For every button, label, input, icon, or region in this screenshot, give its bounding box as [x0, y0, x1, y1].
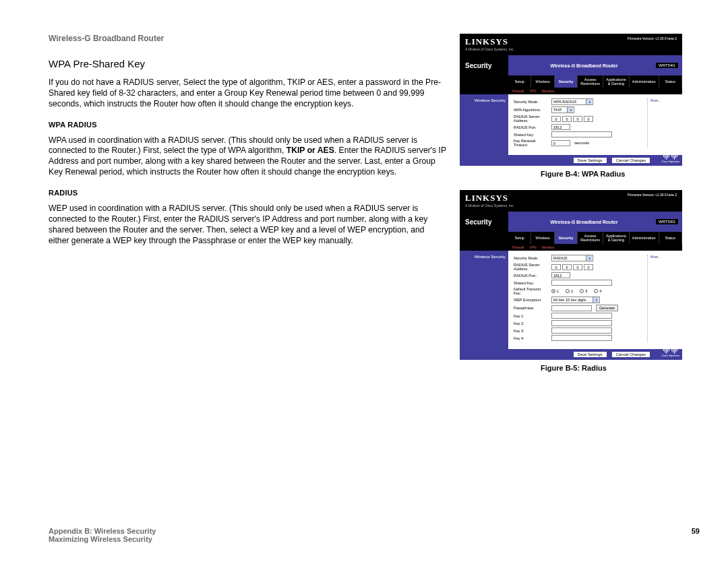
- radio-key-2[interactable]: 2: [566, 289, 573, 293]
- input-ip-octet-2[interactable]: 0: [562, 264, 572, 270]
- tab-status[interactable]: Status: [659, 232, 682, 244]
- model-number: WRT54G: [656, 219, 678, 224]
- section-wparadius-body: WPA used in coordination with a RADIUS s…: [49, 135, 446, 178]
- firmware-version: Firmware Version: v1.30.9 beta 2: [628, 36, 677, 41]
- input-ip-octet-1[interactable]: 0: [551, 116, 561, 122]
- subtab-vpn[interactable]: VPN: [529, 245, 536, 249]
- subtab-wireless[interactable]: Wireless: [542, 245, 555, 249]
- tab-admin[interactable]: Administration: [630, 232, 659, 244]
- tab-access[interactable]: Access Restrictions: [578, 75, 603, 88]
- footer-appendix: Appendix B: Wireless Security: [49, 527, 156, 535]
- input-ip-octet-3[interactable]: 0: [573, 264, 582, 270]
- section-psk-body: If you do not have a RADIUS server, Sele…: [49, 77, 446, 110]
- input-ip-octet-4[interactable]: 0: [584, 264, 593, 270]
- label-shared-key: Shared Key:: [514, 281, 547, 285]
- label-default-transmit-key: Default Transmit Key:: [514, 287, 547, 295]
- figure-b5-caption: Figure B-5: Radius: [541, 364, 682, 372]
- tab-setup[interactable]: Setup: [508, 75, 531, 88]
- select-security-mode[interactable]: WPA RADIUS: [551, 98, 593, 105]
- input-key3[interactable]: [551, 327, 612, 334]
- input-shared-key[interactable]: [551, 280, 612, 286]
- label-security-mode: Security Mode:: [514, 256, 547, 260]
- tab-status[interactable]: Status: [659, 75, 682, 88]
- radio-key-4[interactable]: 4: [594, 289, 601, 293]
- select-security-mode[interactable]: RADIUS: [551, 255, 593, 261]
- tab-security[interactable]: Security: [555, 75, 578, 88]
- help-more-link[interactable]: More...: [650, 255, 677, 259]
- label-radius-address: RADIUS Server Address:: [514, 115, 547, 123]
- brand-subtitle: A Division of Cisco Systems, Inc.: [465, 47, 514, 51]
- tab-access[interactable]: Access Restrictions: [578, 232, 603, 244]
- tab-admin[interactable]: Administration: [630, 75, 659, 88]
- save-settings-button[interactable]: Save Settings: [574, 352, 607, 357]
- radio-key-1[interactable]: 1: [551, 289, 559, 293]
- subtab-firewall[interactable]: Firewall: [512, 245, 524, 249]
- label-key1: Key 1:: [514, 314, 547, 318]
- subtab-wireless[interactable]: Wireless: [542, 89, 555, 93]
- side-label: Wireless Security: [460, 251, 508, 349]
- brand-logo: LINKSYS: [465, 193, 514, 204]
- section-psk-heading: WPA Pre-Shared Key: [49, 58, 446, 69]
- subtab-firewall[interactable]: Firewall: [512, 89, 524, 93]
- banner-title: Wireless-G Broadband Router: [551, 220, 618, 224]
- cisco-logo: Cisco Systems: [662, 155, 679, 163]
- tab-wireless[interactable]: Wireless: [531, 75, 554, 88]
- brand-logo: LINKSYS: [465, 36, 514, 47]
- doc-title: Wireless-G Broadband Router: [49, 34, 446, 43]
- generate-button[interactable]: Generate: [596, 305, 618, 311]
- input-shared-key[interactable]: [551, 131, 612, 137]
- input-ip-octet-3[interactable]: 0: [573, 116, 582, 122]
- input-passphrase[interactable]: [551, 305, 592, 311]
- radio-key-3[interactable]: 3: [580, 289, 587, 293]
- cancel-changes-button[interactable]: Cancel Changes: [612, 158, 650, 163]
- label-key2: Key 2:: [514, 321, 547, 325]
- model-number: WRT54G: [656, 63, 678, 68]
- input-key4[interactable]: [551, 335, 612, 341]
- label-security-mode: Security Mode:: [514, 100, 547, 104]
- label-radius-port: RADIUS Port:: [514, 125, 547, 129]
- tab-setup[interactable]: Setup: [508, 232, 531, 244]
- label-wpa-algorithms: WPA Algorithms:: [514, 108, 547, 112]
- tab-apps[interactable]: Applications & Gaming: [603, 75, 630, 88]
- tab-wireless[interactable]: Wireless: [531, 232, 554, 244]
- figure-b4: LINKSYS A Division of Cisco Systems, Inc…: [460, 34, 682, 166]
- cancel-changes-button[interactable]: Cancel Changes: [612, 352, 650, 357]
- select-wpa-algorithms[interactable]: TKIP: [551, 106, 574, 113]
- select-wep-encryption[interactable]: 64 bits 10 hex digits: [551, 296, 600, 303]
- label-key3: Key 3:: [514, 329, 547, 333]
- footer-subtitle: Maximizing Wireless Security: [49, 535, 156, 543]
- help-more-link[interactable]: More...: [650, 98, 677, 102]
- side-label: Wireless Security: [460, 94, 508, 155]
- save-settings-button[interactable]: Save Settings: [574, 158, 607, 163]
- firmware-version: Firmware Version: v1.30.9 beta 2: [628, 193, 677, 197]
- input-radius-port[interactable]: 1812: [551, 272, 570, 278]
- input-radius-port[interactable]: 1812: [551, 124, 570, 130]
- input-ip-octet-2[interactable]: 0: [562, 116, 572, 122]
- label-radius-port: RADIUS Port:: [514, 274, 547, 278]
- label-radius-address: RADIUS Server Address:: [514, 263, 547, 271]
- tab-apps[interactable]: Applications & Gaming: [603, 232, 630, 244]
- tab-section-title: Security: [460, 55, 508, 75]
- label-wep-encryption: WEP Encryption:: [514, 298, 547, 302]
- page-number: 59: [692, 527, 700, 543]
- label-seconds: seconds: [574, 141, 589, 145]
- input-key1[interactable]: [551, 313, 612, 319]
- banner-title: Wireless-G Broadband Router: [551, 63, 618, 68]
- input-ip-octet-1[interactable]: 0: [551, 264, 561, 270]
- label-passphrase: Passphrase:: [514, 306, 547, 310]
- label-key-renewal: Key Renewal Timeout:: [514, 139, 547, 147]
- cisco-logo: Cisco Systems: [662, 349, 679, 357]
- wparadius-body-bold: TKIP or AES: [286, 146, 334, 155]
- input-key-renewal[interactable]: 0: [551, 140, 570, 146]
- label-shared-key: Shared Key:: [514, 133, 547, 137]
- brand-subtitle: A Division of Cisco Systems, Inc.: [465, 204, 514, 208]
- input-ip-octet-4[interactable]: 0: [584, 116, 593, 122]
- tab-section-title: Security: [460, 212, 508, 232]
- subtab-vpn[interactable]: VPN: [529, 89, 536, 93]
- input-key2[interactable]: [551, 320, 612, 326]
- tab-security[interactable]: Security: [555, 232, 578, 244]
- figure-b4-caption: Figure B-4: WPA Radius: [541, 170, 682, 178]
- label-key4: Key 4:: [514, 336, 547, 340]
- section-radius-body: WEP used in coordination with a RADIUS s…: [49, 204, 446, 246]
- figure-b5: LINKSYS A Division of Cisco Systems, Inc…: [460, 190, 682, 360]
